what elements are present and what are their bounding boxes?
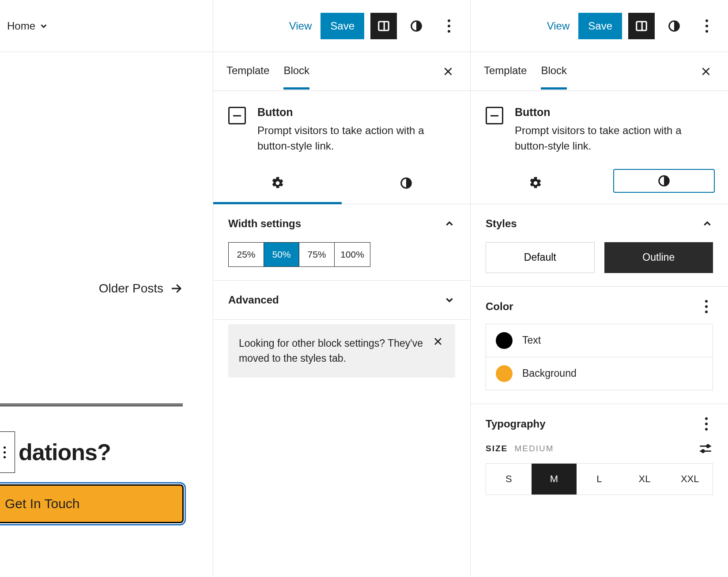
sidebar-icon: [377, 19, 390, 33]
more-vertical-icon: [705, 417, 708, 431]
more-vertical-icon: [448, 19, 450, 33]
size-current: MEDIUM: [515, 444, 554, 453]
close-icon: [433, 336, 443, 347]
contrast-icon: [657, 174, 671, 187]
contrast-icon: [400, 176, 413, 190]
older-posts-label: Older Posts: [99, 281, 163, 296]
color-section-label: Color: [486, 300, 513, 313]
size-xl[interactable]: XL: [622, 464, 668, 495]
heading-fragment[interactable]: dations?: [19, 439, 111, 465]
more-vertical-icon: [705, 300, 708, 313]
more-menu-button[interactable]: [436, 13, 462, 39]
text-swatch: [496, 332, 513, 349]
chevron-up-icon: [702, 218, 713, 229]
color-text-row[interactable]: Text: [486, 324, 713, 357]
sidebar-toggle-button[interactable]: [370, 13, 397, 39]
settings-moved-notice: Looking for other block settings? They'v…: [228, 324, 455, 378]
width-75[interactable]: 75%: [299, 243, 335, 266]
svg-point-16: [707, 445, 709, 447]
svg-point-18: [702, 450, 704, 452]
close-panel-button[interactable]: [439, 63, 457, 80]
editor-canvas[interactable]: Older Posts dations? Get In Touch: [0, 52, 213, 577]
styles-label: Styles: [486, 217, 517, 230]
styles-subtab[interactable]: [342, 165, 470, 204]
home-button[interactable]: Home: [5, 17, 50, 35]
close-panel-button[interactable]: [697, 63, 715, 80]
divider: [0, 404, 183, 406]
more-menu-button[interactable]: [694, 13, 720, 39]
older-posts-link[interactable]: Older Posts: [99, 281, 183, 296]
size-label: SIZE: [486, 444, 508, 453]
sidebar-toggle-button[interactable]: [628, 13, 655, 39]
block-description: Prompt visitors to take action with a bu…: [515, 123, 713, 154]
size-l[interactable]: L: [577, 464, 622, 495]
width-50[interactable]: 50%: [264, 243, 299, 266]
advanced-header[interactable]: Advanced: [228, 294, 455, 306]
gear-icon: [271, 176, 284, 190]
styles-header[interactable]: Styles: [486, 217, 713, 230]
tab-template[interactable]: Template: [484, 54, 527, 90]
view-link[interactable]: View: [544, 16, 573, 36]
block-description: Prompt visitors to take action with a bu…: [257, 123, 455, 154]
sliders-icon[interactable]: [698, 441, 713, 456]
block-title: Button: [257, 106, 455, 119]
notice-text: Looking for other block settings? They'v…: [239, 336, 423, 366]
chevron-down-icon: [39, 21, 49, 31]
tab-block[interactable]: Block: [541, 54, 567, 90]
background-swatch: [496, 365, 513, 382]
settings-subtab[interactable]: [213, 165, 342, 204]
home-label: Home: [7, 20, 35, 32]
typography-label: Typography: [486, 418, 546, 430]
more-vertical-icon: [705, 19, 708, 33]
size-segmented-control: S M L XL XXL: [486, 463, 713, 495]
button-block-icon: [228, 107, 246, 124]
chevron-up-icon: [444, 218, 455, 229]
block-toolbar[interactable]: [0, 431, 15, 473]
chevron-down-icon: [444, 294, 455, 306]
tab-template[interactable]: Template: [226, 54, 269, 90]
size-m[interactable]: M: [532, 464, 577, 495]
tab-block[interactable]: Block: [283, 54, 309, 90]
view-link[interactable]: View: [287, 16, 315, 36]
size-s[interactable]: S: [486, 464, 532, 495]
cta-label: Get In Touch: [5, 496, 80, 511]
width-100[interactable]: 100%: [335, 243, 370, 266]
close-icon: [442, 66, 454, 77]
toolbar-more-button[interactable]: [0, 432, 15, 472]
notice-dismiss-button[interactable]: [431, 336, 445, 349]
cta-button-block[interactable]: Get In Touch: [0, 484, 184, 523]
color-text-label: Text: [522, 334, 541, 346]
more-vertical-icon: [4, 446, 6, 458]
size-xxl[interactable]: XXL: [667, 464, 713, 495]
width-25[interactable]: 25%: [229, 243, 264, 266]
width-settings-label: Width settings: [228, 217, 301, 230]
styles-subtab[interactable]: [613, 169, 715, 193]
arrow-right-icon: [170, 282, 183, 295]
width-settings-header[interactable]: Width settings: [228, 217, 455, 230]
color-more-button[interactable]: [700, 300, 713, 313]
settings-subtab[interactable]: [471, 165, 600, 204]
block-title: Button: [515, 106, 713, 119]
width-segmented-control: 25% 50% 75% 100%: [228, 242, 370, 267]
color-background-row[interactable]: Background: [486, 357, 713, 390]
styles-toggle-button[interactable]: [403, 13, 430, 39]
styles-toggle-button[interactable]: [661, 13, 687, 39]
color-background-label: Background: [522, 367, 577, 379]
contrast-icon: [410, 19, 423, 33]
save-button[interactable]: Save: [321, 13, 364, 39]
button-block-icon: [486, 107, 503, 124]
advanced-label: Advanced: [228, 294, 279, 306]
gear-icon: [529, 176, 542, 190]
typography-more-button[interactable]: [700, 417, 713, 431]
contrast-icon: [668, 19, 681, 33]
sidebar-icon: [635, 19, 648, 33]
style-default-button[interactable]: Default: [486, 242, 595, 273]
style-outline-button[interactable]: Outline: [604, 242, 713, 273]
save-button[interactable]: Save: [578, 13, 622, 39]
close-icon: [700, 66, 712, 77]
